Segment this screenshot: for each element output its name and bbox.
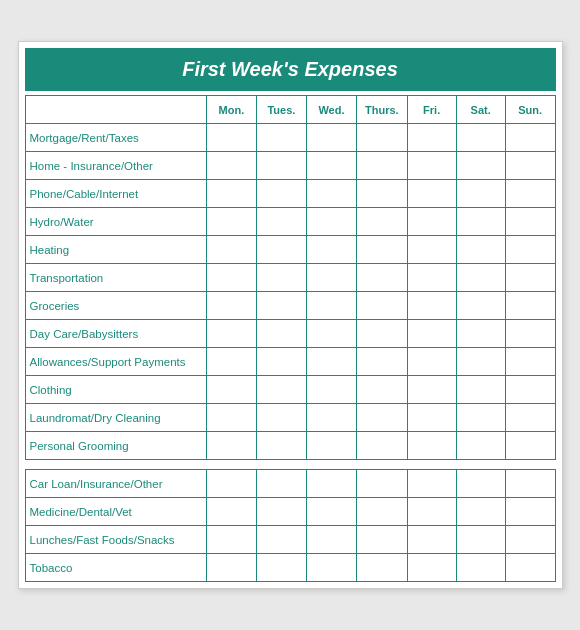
- row-cell[interactable]: [256, 152, 306, 180]
- row-cell[interactable]: [256, 498, 306, 526]
- row-cell[interactable]: [307, 404, 357, 432]
- row-cell[interactable]: [456, 292, 505, 320]
- row-cell[interactable]: [356, 554, 407, 582]
- row-cell[interactable]: [307, 470, 357, 498]
- row-cell[interactable]: [206, 526, 256, 554]
- row-cell[interactable]: [407, 236, 456, 264]
- row-cell[interactable]: [256, 236, 306, 264]
- row-cell[interactable]: [356, 498, 407, 526]
- row-cell[interactable]: [256, 320, 306, 348]
- row-cell[interactable]: [505, 554, 555, 582]
- row-cell[interactable]: [356, 152, 407, 180]
- row-cell[interactable]: [456, 432, 505, 460]
- row-cell[interactable]: [307, 348, 357, 376]
- row-cell[interactable]: [505, 376, 555, 404]
- row-cell[interactable]: [505, 320, 555, 348]
- row-cell[interactable]: [206, 432, 256, 460]
- row-cell[interactable]: [505, 264, 555, 292]
- row-cell[interactable]: [456, 264, 505, 292]
- row-cell[interactable]: [356, 292, 407, 320]
- row-cell[interactable]: [206, 124, 256, 152]
- row-cell[interactable]: [407, 152, 456, 180]
- row-cell[interactable]: [356, 124, 407, 152]
- row-cell[interactable]: [456, 180, 505, 208]
- row-cell[interactable]: [505, 348, 555, 376]
- row-cell[interactable]: [256, 554, 306, 582]
- row-cell[interactable]: [407, 180, 456, 208]
- row-cell[interactable]: [256, 180, 306, 208]
- row-cell[interactable]: [307, 292, 357, 320]
- row-cell[interactable]: [206, 498, 256, 526]
- row-cell[interactable]: [356, 470, 407, 498]
- row-cell[interactable]: [206, 264, 256, 292]
- row-cell[interactable]: [407, 264, 456, 292]
- row-cell[interactable]: [407, 526, 456, 554]
- row-cell[interactable]: [307, 208, 357, 236]
- row-cell[interactable]: [307, 554, 357, 582]
- row-cell[interactable]: [456, 376, 505, 404]
- row-cell[interactable]: [407, 348, 456, 376]
- row-cell[interactable]: [505, 124, 555, 152]
- row-cell[interactable]: [206, 554, 256, 582]
- row-cell[interactable]: [206, 152, 256, 180]
- row-cell[interactable]: [307, 376, 357, 404]
- row-cell[interactable]: [456, 348, 505, 376]
- row-cell[interactable]: [456, 526, 505, 554]
- row-cell[interactable]: [505, 470, 555, 498]
- row-cell[interactable]: [256, 124, 306, 152]
- row-cell[interactable]: [407, 498, 456, 526]
- row-cell[interactable]: [407, 432, 456, 460]
- row-cell[interactable]: [307, 432, 357, 460]
- row-cell[interactable]: [256, 292, 306, 320]
- row-cell[interactable]: [505, 432, 555, 460]
- row-cell[interactable]: [505, 404, 555, 432]
- row-cell[interactable]: [505, 498, 555, 526]
- row-cell[interactable]: [206, 376, 256, 404]
- row-cell[interactable]: [456, 152, 505, 180]
- row-cell[interactable]: [456, 208, 505, 236]
- row-cell[interactable]: [356, 236, 407, 264]
- row-cell[interactable]: [307, 498, 357, 526]
- row-cell[interactable]: [307, 124, 357, 152]
- row-cell[interactable]: [407, 208, 456, 236]
- row-cell[interactable]: [456, 554, 505, 582]
- row-cell[interactable]: [456, 404, 505, 432]
- row-cell[interactable]: [356, 320, 407, 348]
- row-cell[interactable]: [407, 404, 456, 432]
- row-cell[interactable]: [256, 208, 306, 236]
- row-cell[interactable]: [307, 152, 357, 180]
- row-cell[interactable]: [206, 470, 256, 498]
- row-cell[interactable]: [256, 376, 306, 404]
- row-cell[interactable]: [505, 526, 555, 554]
- row-cell[interactable]: [505, 208, 555, 236]
- row-cell[interactable]: [356, 376, 407, 404]
- row-cell[interactable]: [206, 236, 256, 264]
- row-cell[interactable]: [407, 124, 456, 152]
- row-cell[interactable]: [505, 180, 555, 208]
- row-cell[interactable]: [456, 498, 505, 526]
- row-cell[interactable]: [256, 264, 306, 292]
- row-cell[interactable]: [356, 526, 407, 554]
- row-cell[interactable]: [256, 470, 306, 498]
- row-cell[interactable]: [307, 180, 357, 208]
- row-cell[interactable]: [356, 264, 407, 292]
- row-cell[interactable]: [206, 208, 256, 236]
- row-cell[interactable]: [206, 404, 256, 432]
- row-cell[interactable]: [407, 320, 456, 348]
- row-cell[interactable]: [407, 470, 456, 498]
- row-cell[interactable]: [505, 236, 555, 264]
- row-cell[interactable]: [456, 320, 505, 348]
- row-cell[interactable]: [307, 320, 357, 348]
- row-cell[interactable]: [356, 404, 407, 432]
- row-cell[interactable]: [356, 208, 407, 236]
- row-cell[interactable]: [206, 292, 256, 320]
- row-cell[interactable]: [407, 292, 456, 320]
- row-cell[interactable]: [256, 404, 306, 432]
- row-cell[interactable]: [407, 554, 456, 582]
- row-cell[interactable]: [505, 292, 555, 320]
- row-cell[interactable]: [456, 236, 505, 264]
- row-cell[interactable]: [206, 348, 256, 376]
- row-cell[interactable]: [307, 264, 357, 292]
- row-cell[interactable]: [206, 320, 256, 348]
- row-cell[interactable]: [356, 432, 407, 460]
